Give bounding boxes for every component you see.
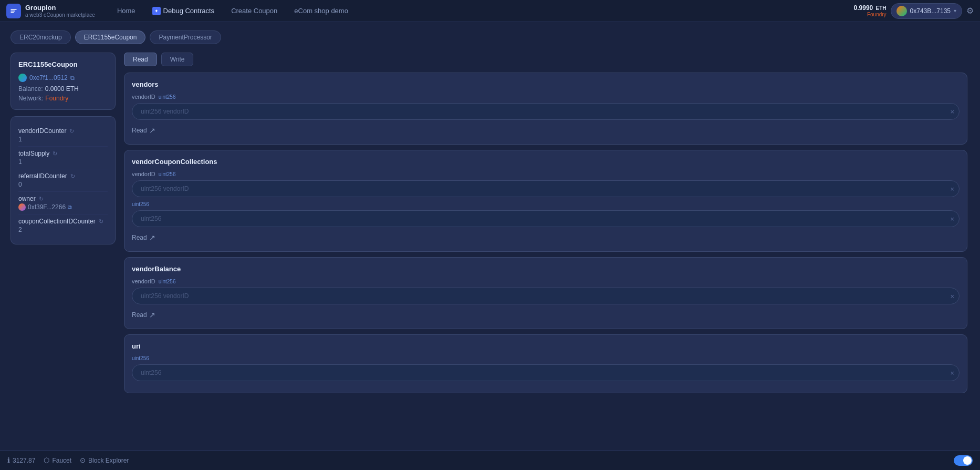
- contract-network-row: Network: Foundry: [18, 95, 108, 102]
- wallet-badge[interactable]: 0x743B...7135 ▾: [891, 3, 962, 19]
- wallet-address: 0x743B...7135: [910, 7, 951, 15]
- settings-icon[interactable]: ⚙: [966, 6, 974, 16]
- var-name: vendorIDCounter: [18, 127, 66, 135]
- variables-card: vendorIDCounter ↻ 1 totalSupply ↻ 1 refe…: [11, 116, 116, 244]
- read-btn-arrow-vcc: ↗: [149, 233, 155, 242]
- eth-network: Foundry: [854, 12, 887, 17]
- param-type-vb-0: uint256: [159, 279, 176, 284]
- navbar: Groupion a web3 eCoupon marketplace Home…: [0, 0, 980, 22]
- nav-create-coupon[interactable]: Create Coupon: [228, 5, 280, 17]
- param-input-wrap-uri-0: ×: [132, 364, 960, 381]
- var-totalsupply: totalSupply ↻ 1: [18, 147, 108, 169]
- param-name-vendors-0: vendorID: [132, 94, 155, 100]
- param-input-wrap-vcc-1: ×: [132, 210, 960, 227]
- nav-ecom[interactable]: eCom shop demo: [291, 5, 351, 17]
- param-type-vcc-0: uint256: [159, 171, 176, 177]
- param-input-vb-0[interactable]: [132, 288, 960, 304]
- var-value-1: 1: [18, 158, 108, 166]
- brand-text: Groupion a web3 eCoupon marketplace: [25, 4, 95, 18]
- read-btn-arrow-vb: ↗: [149, 311, 155, 319]
- clear-input-vb-0[interactable]: ×: [950, 292, 954, 300]
- function-card-vendors: vendors vendorID uint256 × Read ↗: [124, 73, 967, 145]
- refresh-icon-3[interactable]: ↻: [39, 196, 44, 202]
- contract-balance-value: 0.0000 ETH: [45, 85, 79, 93]
- refresh-icon-2[interactable]: ↻: [70, 173, 75, 180]
- contract-tabs: ERC20mockup ERC1155eCoupon PaymentProces…: [0, 22, 980, 48]
- tab-erc20mockup[interactable]: ERC20mockup: [11, 30, 71, 44]
- brand-sub: a web3 eCoupon marketplace: [25, 12, 95, 18]
- clear-input-vcc-0[interactable]: ×: [950, 185, 954, 193]
- param-label-vb-0: vendorID uint256: [132, 278, 960, 284]
- clear-input-vcc-1[interactable]: ×: [950, 215, 954, 223]
- param-type-uri-0: uint256: [132, 355, 149, 361]
- var-value-0: 1: [18, 136, 108, 143]
- contract-icon: [18, 74, 27, 82]
- var-value-4: 2: [18, 226, 108, 233]
- explorer-label: Block Explorer: [88, 457, 129, 464]
- clear-input-uri-0[interactable]: ×: [950, 369, 954, 377]
- param-type-vendors-0: uint256: [159, 94, 176, 100]
- main-content: ERC20mockup ERC1155eCoupon PaymentProces…: [0, 22, 980, 450]
- clear-input-vendors-0[interactable]: ×: [950, 108, 954, 116]
- function-card-vendorbalance: vendorBalance vendorID uint256 × Read ↗: [124, 257, 967, 329]
- bottom-bar: ℹ 3127.87 ⬡ Faucet ⊙ Block Explorer: [0, 450, 980, 470]
- copy-address-icon[interactable]: ⧉: [70, 75, 75, 81]
- param-input-wrap-vb-0: ×: [132, 288, 960, 304]
- faucet-button[interactable]: ⬡ Faucet: [44, 456, 71, 464]
- block-explorer-button[interactable]: ⊙ Block Explorer: [80, 456, 129, 464]
- var-value-2: 0: [18, 181, 108, 188]
- read-button-vcc[interactable]: Read ↗: [132, 231, 155, 244]
- contract-balance-row: Balance: 0.0000 ETH: [18, 85, 108, 93]
- read-button-vb[interactable]: Read ↗: [132, 309, 155, 321]
- read-btn-label-vendors: Read: [132, 127, 147, 134]
- network-link[interactable]: Foundry: [45, 95, 68, 102]
- owner-avatar-icon: [18, 203, 26, 211]
- refresh-icon-0[interactable]: ↻: [69, 128, 74, 135]
- param-label-vcc-0: vendorID uint256: [132, 171, 960, 177]
- eth-amount: 0.9990 ETH: [854, 4, 887, 12]
- brand-name: Groupion: [25, 4, 95, 12]
- var-owner: owner ↻ 0xf39F...2266 ⧉: [18, 192, 108, 214]
- param-input-vcc-1[interactable]: [132, 210, 960, 227]
- right-panel: Read Write vendors vendorID uint256 ×: [124, 53, 969, 446]
- bottom-right: [954, 455, 973, 466]
- debug-icon: ✦: [152, 7, 161, 15]
- param-input-wrap-vendors-0: ×: [132, 103, 960, 120]
- copy-owner-icon[interactable]: ⧉: [68, 204, 72, 211]
- param-input-vcc-0[interactable]: [132, 180, 960, 197]
- read-button-vendors[interactable]: Read ↗: [132, 124, 155, 137]
- refresh-icon-1[interactable]: ↻: [53, 150, 57, 157]
- nav-debug-label: Debug Contracts: [163, 7, 215, 15]
- param-input-wrap-vcc-0: ×: [132, 180, 960, 197]
- contract-address-row: 0xe7f1...0512 ⧉: [18, 74, 108, 82]
- param-type-vcc-1: uint256: [132, 201, 149, 207]
- refresh-icon-4[interactable]: ↻: [99, 218, 103, 225]
- function-name-vb: vendorBalance: [132, 265, 960, 273]
- tab-erc1155ecoupon[interactable]: ERC1155eCoupon: [75, 30, 146, 44]
- functions-list: vendors vendorID uint256 × Read ↗: [124, 73, 969, 446]
- param-input-uri-0[interactable]: [132, 364, 960, 381]
- nav-debug[interactable]: ✦ Debug Contracts: [149, 5, 218, 17]
- nav-home[interactable]: Home: [114, 5, 139, 17]
- eth-balance: 0.9990 ETH Foundry: [854, 4, 887, 17]
- tab-paymentprocessor[interactable]: PaymentProcessor: [150, 30, 221, 44]
- dark-mode-toggle[interactable]: [954, 455, 973, 466]
- var-referralidcounter: referralIDCounter ↻ 0: [18, 169, 108, 192]
- info-icon: ℹ: [7, 456, 10, 464]
- tab-write[interactable]: Write: [161, 53, 194, 66]
- function-card-vendorcouponcollections: vendorCouponCollections vendorID uint256…: [124, 150, 967, 252]
- var-value-3: 0xf39F...2266: [28, 203, 66, 211]
- var-vendoridcounter: vendorIDCounter ↻ 1: [18, 124, 108, 147]
- brand-logo: [6, 4, 21, 18]
- content-area: ERC1155eCoupon 0xe7f1...0512 ⧉ Balance: …: [0, 48, 980, 450]
- chevron-down-icon: ▾: [954, 8, 956, 14]
- left-panel: ERC1155eCoupon 0xe7f1...0512 ⧉ Balance: …: [11, 53, 116, 446]
- brand: Groupion a web3 eCoupon marketplace: [6, 4, 95, 18]
- param-name-vb-0: vendorID: [132, 278, 155, 284]
- read-btn-arrow-vendors: ↗: [149, 126, 155, 135]
- param-name-vcc-0: vendorID: [132, 171, 155, 177]
- navbar-right: 0.9990 ETH Foundry 0x743B...7135 ▾ ⚙: [854, 3, 974, 19]
- read-btn-label-vb: Read: [132, 311, 147, 319]
- param-input-vendors-0[interactable]: [132, 103, 960, 120]
- tab-read[interactable]: Read: [124, 53, 157, 66]
